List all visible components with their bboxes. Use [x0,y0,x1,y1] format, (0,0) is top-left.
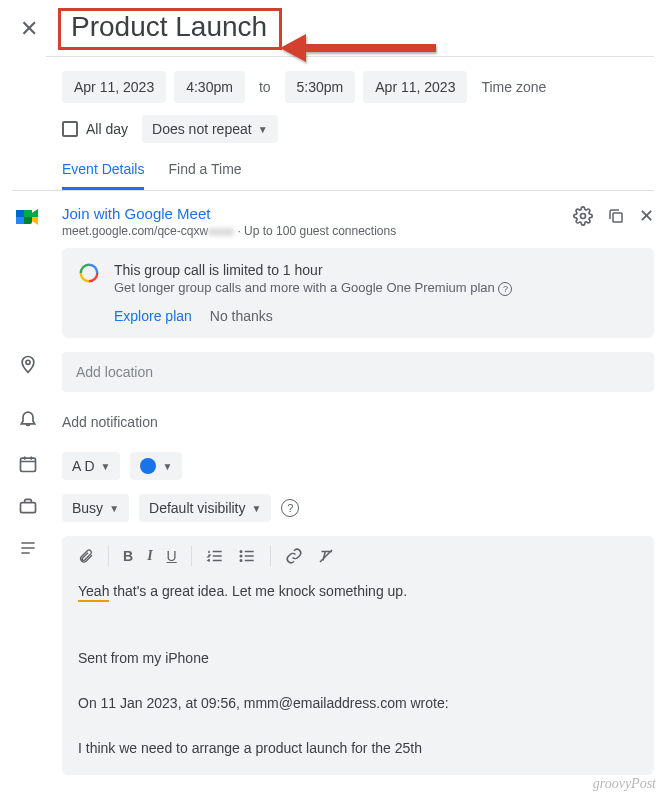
allday-checkbox[interactable] [62,121,78,137]
arrow-annotation [276,28,446,68]
google-meet-icon [12,205,44,227]
meet-url: meet.google.com/qce-cqxw [62,224,208,238]
link-icon[interactable] [285,547,303,565]
description-text[interactable]: Yeah that's a great idea. Let me knock s… [78,580,638,759]
underline-icon[interactable]: U [167,548,177,564]
start-time-button[interactable]: 4:30pm [174,71,245,103]
add-notification-button[interactable]: Add notification [62,406,654,438]
visibility-dropdown[interactable]: Default visibility▼ [139,494,271,522]
explore-plan-button[interactable]: Explore plan [114,308,192,324]
promo-subtitle: Get longer group calls and more with a G… [114,280,495,295]
tab-event-details[interactable]: Event Details [62,161,144,190]
bold-icon[interactable]: B [123,548,133,564]
clear-format-icon[interactable] [317,547,335,565]
svg-point-10 [26,360,30,364]
svg-rect-5 [613,213,622,222]
title-highlight-annotation: Product Launch [58,8,282,50]
svg-rect-2 [16,217,24,224]
promo-title: This group call is limited to 1 hour [114,262,512,278]
svg-point-4 [581,214,586,219]
to-label: to [253,71,277,103]
watermark: groovyPost [593,776,656,792]
description-icon [12,536,44,558]
join-meet-link[interactable]: Join with Google Meet [62,205,396,222]
svg-rect-12 [21,503,36,513]
svg-rect-11 [21,458,36,471]
svg-point-14 [240,555,242,557]
color-dropdown[interactable]: ▼ [130,452,182,480]
remove-meet-icon[interactable]: ✕ [639,205,654,227]
bell-icon [12,406,44,428]
repeat-dropdown[interactable]: Does not repeat▼ [142,115,278,143]
svg-point-13 [240,551,242,553]
calendar-icon [12,452,44,474]
visibility-help-icon[interactable]: ? [281,499,299,517]
event-title-input[interactable]: Product Launch [65,9,273,44]
svg-rect-1 [16,210,24,217]
timezone-button[interactable]: Time zone [475,71,552,103]
meet-guest-limit: Up to 100 guest connections [244,224,396,238]
help-icon[interactable]: ? [498,282,512,296]
gear-icon[interactable] [573,206,593,226]
start-date-button[interactable]: Apr 11, 2023 [62,71,166,103]
calendar-owner-dropdown[interactable]: A D▼ [62,452,120,480]
google-one-promo: This group call is limited to 1 hour Get… [62,248,654,338]
busy-dropdown[interactable]: Busy▼ [62,494,129,522]
attach-icon[interactable] [78,547,94,565]
copy-icon[interactable] [607,207,625,225]
close-icon[interactable]: ✕ [12,12,46,46]
bullet-list-icon[interactable] [238,547,256,565]
description-editor[interactable]: B I U Yeah that's a great idea. Let me k… [62,536,654,775]
end-time-button[interactable]: 5:30pm [285,71,356,103]
end-date-button[interactable]: Apr 11, 2023 [363,71,467,103]
briefcase-icon [12,494,44,516]
google-one-icon [78,262,100,284]
svg-rect-3 [24,210,32,217]
color-dot-icon [140,458,156,474]
location-icon [12,352,44,374]
italic-icon[interactable]: I [147,548,152,564]
svg-point-15 [240,560,242,562]
blurred-text [208,228,234,236]
tab-find-time[interactable]: Find a Time [168,161,241,190]
allday-label: All day [86,121,134,137]
numbered-list-icon[interactable] [206,547,224,565]
no-thanks-button[interactable]: No thanks [210,308,273,324]
location-input[interactable]: Add location [62,352,654,392]
